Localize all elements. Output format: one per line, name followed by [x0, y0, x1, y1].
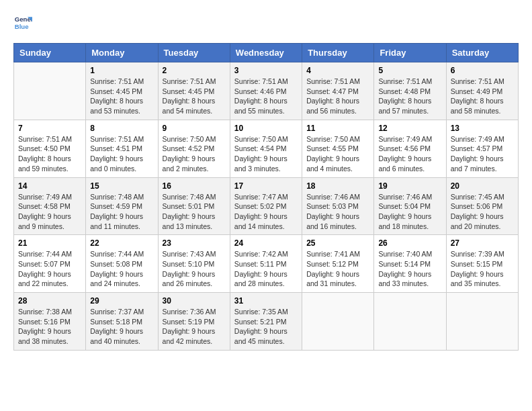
day-info: Sunrise: 7:47 AM Sunset: 5:02 PM Dayligh… [234, 192, 298, 232]
day-number: 28 [18, 296, 81, 306]
day-number: 11 [306, 124, 369, 133]
day-info: Sunrise: 7:49 AM Sunset: 4:57 PM Dayligh… [451, 134, 514, 174]
calendar-cell: 30Sunrise: 7:36 AM Sunset: 5:19 PM Dayli… [158, 293, 230, 351]
calendar-cell [374, 293, 446, 351]
day-info: Sunrise: 7:50 AM Sunset: 4:52 PM Dayligh… [163, 134, 226, 174]
day-number: 12 [378, 124, 441, 133]
calendar-cell: 2Sunrise: 7:51 AM Sunset: 4:45 PM Daylig… [158, 62, 230, 120]
day-number: 17 [234, 181, 298, 191]
calendar-cell: 7Sunrise: 7:51 AM Sunset: 4:50 PM Daylig… [14, 120, 86, 177]
calendar-cell: 12Sunrise: 7:49 AM Sunset: 4:56 PM Dayli… [374, 120, 446, 177]
calendar-cell: 14Sunrise: 7:49 AM Sunset: 4:58 PM Dayli… [14, 177, 86, 235]
day-info: Sunrise: 7:46 AM Sunset: 5:04 PM Dayligh… [378, 192, 441, 232]
day-number: 16 [163, 181, 226, 191]
calendar-cell: 4Sunrise: 7:51 AM Sunset: 4:47 PM Daylig… [302, 62, 374, 120]
calendar-cell: 9Sunrise: 7:50 AM Sunset: 4:52 PM Daylig… [158, 120, 230, 177]
calendar-weekday-thursday: Thursday [302, 44, 374, 62]
calendar-weekday-wednesday: Wednesday [230, 44, 302, 62]
calendar-cell [14, 62, 86, 120]
calendar-cell: 13Sunrise: 7:49 AM Sunset: 4:57 PM Dayli… [446, 120, 518, 177]
day-number: 25 [306, 238, 369, 248]
day-number: 24 [234, 238, 298, 248]
day-info: Sunrise: 7:51 AM Sunset: 4:51 PM Dayligh… [90, 134, 153, 174]
day-info: Sunrise: 7:51 AM Sunset: 4:47 PM Dayligh… [306, 77, 369, 116]
calendar-cell: 29Sunrise: 7:37 AM Sunset: 5:18 PM Dayli… [86, 293, 158, 351]
calendar-cell [446, 293, 518, 351]
calendar-cell: 15Sunrise: 7:48 AM Sunset: 4:59 PM Dayli… [86, 177, 158, 235]
calendar-header-row: SundayMondayTuesdayWednesdayThursdayFrid… [14, 44, 519, 62]
day-number: 20 [451, 181, 514, 191]
calendar-cell: 28Sunrise: 7:38 AM Sunset: 5:16 PM Dayli… [14, 293, 86, 351]
page-header: General Blue [13, 13, 519, 32]
day-number: 3 [234, 66, 298, 75]
day-info: Sunrise: 7:40 AM Sunset: 5:14 PM Dayligh… [378, 249, 441, 289]
day-info: Sunrise: 7:46 AM Sunset: 5:03 PM Dayligh… [306, 192, 369, 232]
day-info: Sunrise: 7:44 AM Sunset: 5:07 PM Dayligh… [18, 249, 81, 289]
calendar-week-row: 14Sunrise: 7:49 AM Sunset: 4:58 PM Dayli… [14, 177, 519, 235]
day-number: 23 [163, 238, 226, 248]
calendar-cell: 6Sunrise: 7:51 AM Sunset: 4:49 PM Daylig… [446, 62, 518, 120]
calendar-cell: 17Sunrise: 7:47 AM Sunset: 5:02 PM Dayli… [230, 177, 302, 235]
logo: General Blue [13, 13, 32, 32]
day-number: 26 [378, 238, 441, 248]
day-number: 31 [234, 296, 298, 306]
day-info: Sunrise: 7:51 AM Sunset: 4:45 PM Dayligh… [163, 77, 226, 116]
day-info: Sunrise: 7:45 AM Sunset: 5:06 PM Dayligh… [451, 192, 514, 232]
day-number: 1 [90, 66, 153, 75]
calendar-week-row: 21Sunrise: 7:44 AM Sunset: 5:07 PM Dayli… [14, 235, 519, 293]
day-info: Sunrise: 7:51 AM Sunset: 4:48 PM Dayligh… [378, 77, 441, 116]
day-info: Sunrise: 7:43 AM Sunset: 5:10 PM Dayligh… [163, 249, 226, 289]
day-number: 29 [90, 296, 153, 306]
day-number: 21 [18, 238, 81, 248]
calendar-weekday-sunday: Sunday [14, 44, 86, 62]
day-info: Sunrise: 7:41 AM Sunset: 5:12 PM Dayligh… [306, 249, 369, 289]
calendar-cell: 20Sunrise: 7:45 AM Sunset: 5:06 PM Dayli… [446, 177, 518, 235]
calendar-week-row: 28Sunrise: 7:38 AM Sunset: 5:16 PM Dayli… [14, 293, 519, 351]
calendar-week-row: 7Sunrise: 7:51 AM Sunset: 4:50 PM Daylig… [14, 120, 519, 177]
calendar-cell: 11Sunrise: 7:50 AM Sunset: 4:55 PM Dayli… [302, 120, 374, 177]
day-info: Sunrise: 7:51 AM Sunset: 4:50 PM Dayligh… [18, 134, 81, 174]
day-number: 19 [378, 181, 441, 191]
calendar-cell: 8Sunrise: 7:51 AM Sunset: 4:51 PM Daylig… [86, 120, 158, 177]
calendar-cell: 1Sunrise: 7:51 AM Sunset: 4:45 PM Daylig… [86, 62, 158, 120]
calendar-cell: 18Sunrise: 7:46 AM Sunset: 5:03 PM Dayli… [302, 177, 374, 235]
day-number: 4 [306, 66, 369, 75]
calendar-weekday-tuesday: Tuesday [158, 44, 230, 62]
calendar-cell: 27Sunrise: 7:39 AM Sunset: 5:15 PM Dayli… [446, 235, 518, 293]
day-info: Sunrise: 7:48 AM Sunset: 5:01 PM Dayligh… [163, 192, 226, 232]
calendar-cell: 25Sunrise: 7:41 AM Sunset: 5:12 PM Dayli… [302, 235, 374, 293]
calendar-weekday-monday: Monday [86, 44, 158, 62]
svg-text:General: General [15, 15, 32, 23]
day-info: Sunrise: 7:39 AM Sunset: 5:15 PM Dayligh… [451, 249, 514, 289]
calendar-week-row: 1Sunrise: 7:51 AM Sunset: 4:45 PM Daylig… [14, 62, 519, 120]
day-number: 14 [18, 181, 81, 191]
calendar-cell: 19Sunrise: 7:46 AM Sunset: 5:04 PM Dayli… [374, 177, 446, 235]
day-number: 6 [451, 66, 514, 75]
day-info: Sunrise: 7:48 AM Sunset: 4:59 PM Dayligh… [90, 192, 153, 232]
day-number: 8 [90, 124, 153, 133]
svg-text:Blue: Blue [15, 23, 29, 30]
day-number: 18 [306, 181, 369, 191]
calendar-cell: 22Sunrise: 7:44 AM Sunset: 5:08 PM Dayli… [86, 235, 158, 293]
day-info: Sunrise: 7:51 AM Sunset: 4:49 PM Dayligh… [451, 77, 514, 116]
day-info: Sunrise: 7:50 AM Sunset: 4:55 PM Dayligh… [306, 134, 369, 174]
day-info: Sunrise: 7:49 AM Sunset: 4:58 PM Dayligh… [18, 192, 81, 232]
day-number: 30 [163, 296, 226, 306]
day-number: 9 [163, 124, 226, 133]
day-info: Sunrise: 7:42 AM Sunset: 5:11 PM Dayligh… [234, 249, 298, 289]
calendar-cell: 26Sunrise: 7:40 AM Sunset: 5:14 PM Dayli… [374, 235, 446, 293]
day-info: Sunrise: 7:36 AM Sunset: 5:19 PM Dayligh… [163, 307, 226, 347]
calendar-weekday-friday: Friday [374, 44, 446, 62]
day-number: 13 [451, 124, 514, 133]
calendar-cell: 23Sunrise: 7:43 AM Sunset: 5:10 PM Dayli… [158, 235, 230, 293]
calendar-cell: 24Sunrise: 7:42 AM Sunset: 5:11 PM Dayli… [230, 235, 302, 293]
calendar-cell: 31Sunrise: 7:35 AM Sunset: 5:21 PM Dayli… [230, 293, 302, 351]
calendar-cell: 10Sunrise: 7:50 AM Sunset: 4:54 PM Dayli… [230, 120, 302, 177]
calendar-cell: 16Sunrise: 7:48 AM Sunset: 5:01 PM Dayli… [158, 177, 230, 235]
calendar-cell: 5Sunrise: 7:51 AM Sunset: 4:48 PM Daylig… [374, 62, 446, 120]
day-info: Sunrise: 7:50 AM Sunset: 4:54 PM Dayligh… [234, 134, 298, 174]
calendar-weekday-saturday: Saturday [446, 44, 518, 62]
calendar-cell: 3Sunrise: 7:51 AM Sunset: 4:46 PM Daylig… [230, 62, 302, 120]
day-info: Sunrise: 7:37 AM Sunset: 5:18 PM Dayligh… [90, 307, 153, 347]
day-number: 2 [163, 66, 226, 75]
